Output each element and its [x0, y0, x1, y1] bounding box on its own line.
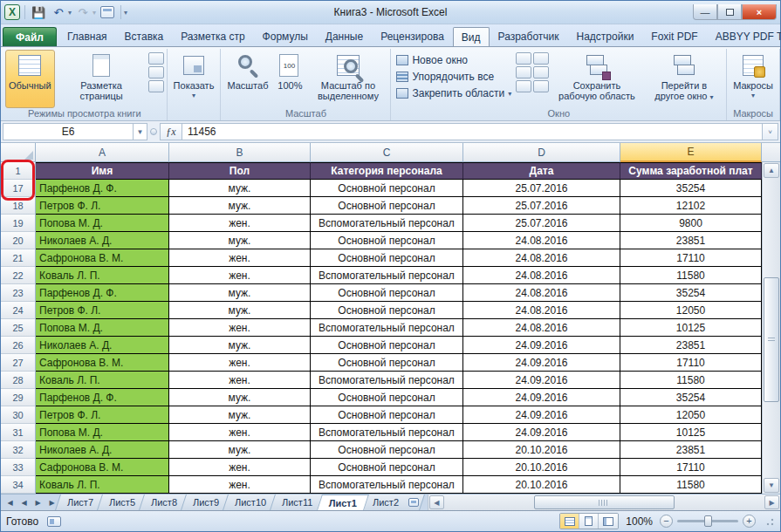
cell[interactable]: 11580	[620, 267, 762, 284]
freeze-panes-button[interactable]: Закрепить области ▾	[394, 85, 514, 101]
macros-button[interactable]: Макросы ▾	[730, 50, 777, 108]
cell[interactable]: жен.	[169, 372, 311, 389]
ribbon-tab-Вставка[interactable]: Вставка	[116, 27, 173, 46]
ribbon-tab-Данные[interactable]: Данные	[317, 27, 372, 46]
ribbon-tab-Вид[interactable]: Вид	[453, 27, 490, 46]
zoom-slider-track[interactable]	[677, 520, 738, 522]
name-box[interactable]: Е6	[3, 123, 134, 140]
vertical-scroll-track[interactable]	[764, 179, 779, 477]
cell[interactable]: Пол	[169, 162, 311, 180]
sheet-tab-Лист1[interactable]: Лист1	[317, 494, 369, 510]
cell[interactable]: жен.	[169, 319, 311, 337]
status-page-break-button[interactable]	[599, 514, 618, 529]
horizontal-scroll-thumb[interactable]	[534, 495, 675, 509]
redo-button[interactable]: ↷	[74, 3, 92, 21]
cell[interactable]: жен.	[169, 215, 311, 232]
cell[interactable]: 9800	[620, 215, 762, 232]
row-number-17[interactable]: 17	[1, 180, 36, 197]
cell[interactable]: 20.10.2016	[463, 476, 620, 494]
cell[interactable]: 20.10.2016	[463, 459, 620, 476]
cell[interactable]: 12050	[620, 406, 762, 424]
cell[interactable]: Основной персонал	[311, 249, 463, 267]
cell[interactable]: Попова М. Д.	[36, 424, 169, 441]
cell[interactable]: 24.08.2016	[463, 284, 620, 302]
cell[interactable]: 24.09.2016	[463, 389, 620, 406]
row-number-23[interactable]: 23	[1, 284, 36, 302]
first-sheet-icon[interactable]: ◀	[3, 496, 17, 509]
macro-record-icon[interactable]	[47, 516, 61, 527]
cell[interactable]: Парфенов Д. Ф.	[36, 389, 169, 406]
row-number-34[interactable]: 34	[1, 476, 36, 494]
vertical-scroll-thumb[interactable]	[764, 277, 779, 403]
cell[interactable]: 24.09.2016	[463, 354, 620, 372]
cell[interactable]: Основной персонал	[311, 406, 463, 424]
cell[interactable]: 23851	[620, 232, 762, 249]
synchronous-scrolling-button[interactable]	[533, 66, 549, 78]
cell[interactable]: 12102	[620, 197, 762, 215]
cell[interactable]: 12050	[620, 302, 762, 319]
cell[interactable]: жен.	[169, 267, 311, 284]
row-number-25[interactable]: 25	[1, 319, 36, 337]
horizontal-scrollbar[interactable]: ◀ ▶	[428, 494, 780, 510]
cell[interactable]: Основной персонал	[311, 389, 463, 406]
cell[interactable]: жен.	[169, 354, 311, 372]
cell[interactable]: муж.	[169, 302, 311, 319]
cell[interactable]: Основной персонал	[311, 197, 463, 215]
cell[interactable]: жен.	[169, 459, 311, 476]
cell[interactable]: Николаев А. Д.	[36, 441, 169, 459]
status-page-layout-button[interactable]	[579, 514, 599, 529]
cell[interactable]: 24.09.2016	[463, 424, 620, 441]
zoom-in-button[interactable]: +	[743, 515, 756, 528]
cell[interactable]: Основной персонал	[311, 354, 463, 372]
cell[interactable]: 24.09.2016	[463, 406, 620, 424]
cell[interactable]: 10125	[620, 319, 762, 337]
ribbon-tab-Рецензирова[interactable]: Рецензирова	[372, 27, 453, 46]
ribbon-tab-Надстройки[interactable]: Надстройки	[568, 27, 643, 46]
next-sheet-icon[interactable]: ▶	[31, 496, 45, 509]
row-number-22[interactable]: 22	[1, 267, 36, 284]
row-number-29[interactable]: 29	[1, 389, 36, 406]
cell[interactable]: муж.	[169, 441, 311, 459]
row-number-32[interactable]: 32	[1, 441, 36, 459]
custom-views-button[interactable]	[148, 66, 164, 78]
ribbon-tab-ABBYY PDF Tra[interactable]: ABBYY PDF Tra	[707, 27, 781, 46]
cell[interactable]: Сафронова В. М.	[36, 354, 169, 372]
cell[interactable]: Петров Ф. Л.	[36, 197, 169, 215]
save-button[interactable]: 💾	[30, 3, 47, 21]
cell[interactable]: 11580	[620, 372, 762, 389]
cell[interactable]: Сафронова В. М.	[36, 249, 169, 267]
hide-window-button[interactable]	[516, 66, 531, 78]
ribbon-tab-Главная[interactable]: Главная	[58, 27, 116, 46]
table-view-button[interactable]	[99, 3, 116, 21]
cell[interactable]: 10125	[620, 424, 762, 441]
cell[interactable]: Попова М. Д.	[36, 319, 169, 337]
full-screen-button[interactable]	[148, 80, 164, 92]
horizontal-scroll-track[interactable]	[445, 495, 764, 509]
formula-input[interactable]: 11456	[182, 123, 763, 140]
new-window-button[interactable]: Новое окно	[394, 52, 514, 68]
cell[interactable]: 25.07.2016	[463, 180, 620, 197]
cell[interactable]: жен.	[169, 424, 311, 441]
scroll-up-icon[interactable]: ▲	[764, 163, 779, 178]
cell[interactable]: 35254	[620, 389, 762, 406]
cell[interactable]: Попова М. Д.	[36, 215, 169, 232]
row-number-28[interactable]: 28	[1, 372, 36, 389]
cell[interactable]: муж.	[169, 232, 311, 249]
page-layout-button[interactable]: Разметка страницы	[57, 50, 147, 108]
name-box-dropdown-icon[interactable]: ▼	[134, 123, 147, 140]
row-number-31[interactable]: 31	[1, 424, 36, 441]
ribbon-tab-Разработчик[interactable]: Разработчик	[490, 27, 568, 46]
zoom-slider-thumb[interactable]	[704, 515, 712, 527]
row-number-27[interactable]: 27	[1, 354, 36, 372]
row-number-30[interactable]: 30	[1, 406, 36, 424]
view-side-by-side-button[interactable]	[533, 52, 549, 65]
column-header-E[interactable]: E	[620, 143, 762, 162]
cell[interactable]: муж.	[169, 284, 311, 302]
cell[interactable]: Основной персонал	[311, 180, 463, 197]
cell[interactable]: Сумма заработной плат	[620, 162, 762, 180]
cell[interactable]: Коваль Л. П.	[36, 267, 169, 284]
cell[interactable]: Николаев А. Д.	[36, 337, 169, 354]
cell[interactable]: Петров Ф. Л.	[36, 302, 169, 319]
cell[interactable]: 24.08.2016	[463, 232, 620, 249]
cell[interactable]: Вспомогательный персонал	[311, 372, 463, 389]
